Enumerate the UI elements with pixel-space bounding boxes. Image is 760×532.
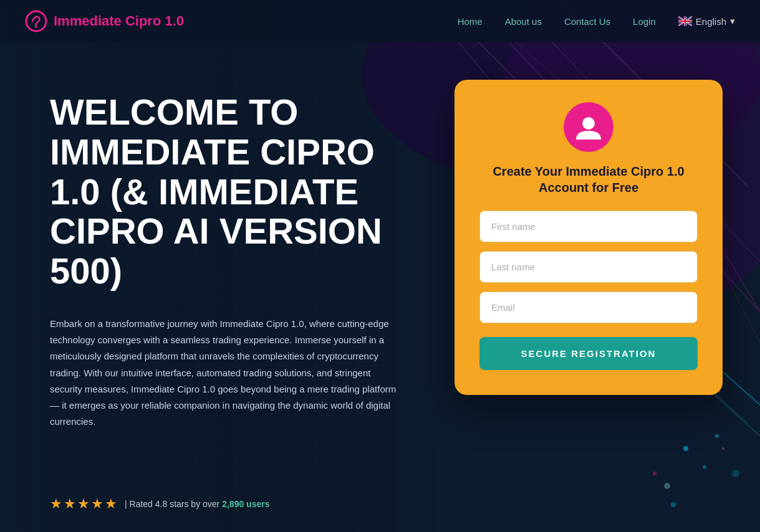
svg-point-15 bbox=[703, 465, 706, 469]
registration-card: Create Your Immediate Cipro 1.0 Account … bbox=[455, 80, 723, 395]
star-icons: ★★★★★ bbox=[50, 496, 118, 512]
logo: Immediate Cipro 1.0 bbox=[25, 10, 184, 32]
flag-icon bbox=[678, 16, 692, 26]
chevron-down-icon: ▾ bbox=[730, 16, 735, 27]
nav-contact[interactable]: Contact Us bbox=[564, 16, 610, 27]
rating-text: | Rated 4.8 stars by over 2,890 users bbox=[125, 499, 269, 509]
svg-point-33 bbox=[582, 117, 595, 130]
last-name-group bbox=[479, 251, 698, 283]
hero-title: WELCOME TO IMMEDIATE CIPRO 1.0 (& IMMEDI… bbox=[50, 92, 430, 291]
user-icon bbox=[574, 112, 604, 142]
nav-login[interactable]: Login bbox=[633, 16, 656, 27]
rating-section: ★★★★★ | Rated 4.8 stars by over 2,890 us… bbox=[50, 496, 269, 512]
hero-description: Embark on a transformative journey with … bbox=[50, 316, 399, 430]
logo-text: Immediate Cipro 1.0 bbox=[54, 13, 184, 29]
rating-count: 2,890 users bbox=[222, 499, 269, 509]
first-name-input[interactable] bbox=[479, 211, 698, 242]
first-name-group bbox=[479, 211, 698, 242]
svg-point-20 bbox=[653, 472, 657, 475]
card-title: Create Your Immediate Cipro 1.0 Account … bbox=[479, 163, 698, 196]
register-button[interactable]: SECURE REGISTRATION bbox=[479, 337, 698, 370]
email-input[interactable] bbox=[479, 292, 698, 323]
svg-point-19 bbox=[732, 470, 739, 477]
language-label: English bbox=[696, 16, 726, 27]
email-group bbox=[479, 292, 698, 323]
language-selector[interactable]: English ▾ bbox=[678, 16, 735, 27]
svg-point-18 bbox=[671, 502, 676, 507]
avatar-icon bbox=[564, 102, 613, 152]
nav-about[interactable]: About us bbox=[505, 16, 542, 27]
svg-point-16 bbox=[664, 483, 670, 489]
hero-section: WELCOME TO IMMEDIATE CIPRO 1.0 (& IMMEDI… bbox=[50, 80, 430, 455]
nav-home[interactable]: Home bbox=[458, 16, 483, 27]
logo-icon bbox=[25, 10, 47, 32]
main-nav: Home About us Contact Us Login English ▾ bbox=[458, 16, 735, 27]
last-name-input[interactable] bbox=[479, 251, 698, 283]
